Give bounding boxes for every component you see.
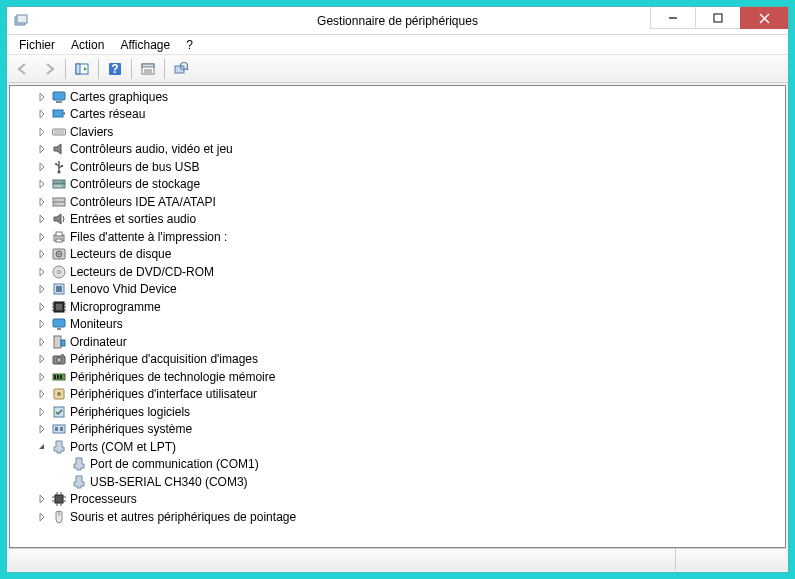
svg-rect-3 bbox=[714, 14, 722, 22]
expand-icon[interactable] bbox=[34, 334, 50, 350]
expand-icon[interactable] bbox=[34, 176, 50, 192]
expand-icon[interactable] bbox=[34, 421, 50, 437]
expand-icon[interactable] bbox=[34, 211, 50, 227]
tree-item[interactable]: Files d'attente à l'impression : bbox=[18, 228, 785, 246]
tree-item-label: Périphériques logiciels bbox=[70, 404, 190, 420]
svg-point-66 bbox=[57, 392, 61, 396]
help-button[interactable]: ? bbox=[103, 57, 127, 81]
port-icon bbox=[51, 439, 67, 455]
tree-item[interactable]: Contrôleurs de stockage bbox=[18, 176, 785, 194]
tree-item-label: Lecteurs de DVD/CD-ROM bbox=[70, 264, 214, 280]
show-hide-tree-button[interactable] bbox=[70, 57, 94, 81]
properties-button[interactable] bbox=[136, 57, 160, 81]
menubar: Fichier Action Affichage ? bbox=[7, 35, 788, 55]
system-device-icon bbox=[51, 421, 67, 437]
ide-controller-icon bbox=[51, 194, 67, 210]
tree-item[interactable]: Cartes réseau bbox=[18, 106, 785, 124]
optical-drive-icon bbox=[51, 264, 67, 280]
status-cell bbox=[9, 549, 676, 570]
svg-rect-20 bbox=[63, 112, 65, 115]
expand-icon[interactable] bbox=[34, 299, 50, 315]
titlebar[interactable]: Gestionnaire de périphériques bbox=[7, 7, 788, 35]
svg-rect-64 bbox=[60, 375, 62, 379]
tree-item[interactable]: Entrées et sorties audio bbox=[18, 211, 785, 229]
keyboard-icon bbox=[51, 124, 67, 140]
svg-point-43 bbox=[58, 270, 61, 273]
tree-item[interactable]: Contrôleurs audio, vidéo et jeu bbox=[18, 141, 785, 159]
svg-rect-54 bbox=[53, 319, 65, 327]
collapse-icon[interactable] bbox=[34, 439, 50, 455]
forward-button bbox=[37, 57, 61, 81]
tree-item-label: Périphérique d'acquisition d'images bbox=[70, 351, 258, 367]
audio-io-icon bbox=[51, 211, 67, 227]
tree-item-label: Cartes réseau bbox=[70, 106, 145, 122]
tree-item-label: Contrôleurs audio, vidéo et jeu bbox=[70, 141, 233, 157]
usb-controller-icon bbox=[51, 159, 67, 175]
expand-icon[interactable] bbox=[34, 246, 50, 262]
tree-item[interactable]: USB-SERIAL CH340 (COM3) bbox=[18, 473, 785, 491]
scan-hardware-button[interactable] bbox=[169, 57, 193, 81]
tree-item[interactable]: Périphériques de technologie mémoire bbox=[18, 368, 785, 386]
status-cell bbox=[676, 549, 786, 570]
svg-point-34 bbox=[55, 199, 56, 200]
device-tree[interactable]: Cartes graphiquesCartes réseauClaviersCo… bbox=[10, 86, 785, 528]
expand-icon[interactable] bbox=[34, 141, 50, 157]
tree-item-label: Périphériques de technologie mémoire bbox=[70, 369, 275, 385]
hid-device-icon bbox=[51, 386, 67, 402]
expand-icon[interactable] bbox=[34, 509, 50, 525]
menu-action[interactable]: Action bbox=[63, 36, 112, 54]
expand-icon[interactable] bbox=[34, 89, 50, 105]
tree-item[interactable]: Moniteurs bbox=[18, 316, 785, 334]
tree-item[interactable]: Lecteurs de disque bbox=[18, 246, 785, 264]
expand-icon[interactable] bbox=[34, 404, 50, 420]
expand-icon[interactable] bbox=[34, 159, 50, 175]
tree-item[interactable]: Port de communication (COM1) bbox=[18, 456, 785, 474]
computer-icon bbox=[51, 334, 67, 350]
tree-item[interactable]: Périphériques d'interface utilisateur bbox=[18, 386, 785, 404]
close-button[interactable] bbox=[740, 7, 788, 29]
tree-item-label: Lenovo Vhid Device bbox=[70, 281, 177, 297]
expand-icon[interactable] bbox=[34, 369, 50, 385]
tree-item[interactable]: Lenovo Vhid Device bbox=[18, 281, 785, 299]
tree-item[interactable]: Claviers bbox=[18, 123, 785, 141]
expand-icon[interactable] bbox=[34, 281, 50, 297]
expand-icon[interactable] bbox=[34, 316, 50, 332]
tree-item[interactable]: Ports (COM et LPT) bbox=[18, 438, 785, 456]
expand-icon[interactable] bbox=[34, 106, 50, 122]
minimize-button[interactable] bbox=[650, 7, 695, 29]
menu-help[interactable]: ? bbox=[178, 36, 201, 54]
statusbar bbox=[9, 548, 786, 570]
expand-icon[interactable] bbox=[34, 351, 50, 367]
tree-item[interactable]: Ordinateur bbox=[18, 333, 785, 351]
svg-rect-62 bbox=[54, 375, 56, 379]
tree-item[interactable]: Microprogramme bbox=[18, 298, 785, 316]
tree-item[interactable]: Lecteurs de DVD/CD-ROM bbox=[18, 263, 785, 281]
tree-item-label: Souris et autres périphériques de pointa… bbox=[70, 509, 296, 525]
mouse-icon bbox=[51, 509, 67, 525]
tree-item[interactable]: Contrôleurs de bus USB bbox=[18, 158, 785, 176]
app-icon bbox=[13, 13, 29, 29]
back-button bbox=[11, 57, 35, 81]
menu-view[interactable]: Affichage bbox=[112, 36, 178, 54]
menu-file[interactable]: Fichier bbox=[11, 36, 63, 54]
expand-icon[interactable] bbox=[34, 229, 50, 245]
tree-item[interactable]: Cartes graphiques bbox=[18, 88, 785, 106]
tree-item[interactable]: Processeurs bbox=[18, 491, 785, 509]
tree-item-label: Entrées et sorties audio bbox=[70, 211, 196, 227]
expand-icon[interactable] bbox=[34, 124, 50, 140]
tree-item[interactable]: Périphériques système bbox=[18, 421, 785, 439]
audio-controller-icon bbox=[51, 141, 67, 157]
monitor-icon bbox=[51, 316, 67, 332]
expand-icon[interactable] bbox=[34, 264, 50, 280]
tree-item[interactable]: Périphériques logiciels bbox=[18, 403, 785, 421]
tree-item[interactable]: Périphérique d'acquisition d'images bbox=[18, 351, 785, 369]
svg-rect-71 bbox=[55, 495, 63, 503]
expand-icon[interactable] bbox=[34, 386, 50, 402]
tree-scroll[interactable]: Cartes graphiquesCartes réseauClaviersCo… bbox=[10, 86, 785, 547]
tree-item[interactable]: Souris et autres périphériques de pointa… bbox=[18, 508, 785, 526]
maximize-button[interactable] bbox=[695, 7, 740, 29]
expand-icon[interactable] bbox=[34, 491, 50, 507]
device-generic-icon bbox=[51, 281, 67, 297]
expand-icon[interactable] bbox=[34, 194, 50, 210]
tree-item[interactable]: Contrôleurs IDE ATA/ATAPI bbox=[18, 193, 785, 211]
